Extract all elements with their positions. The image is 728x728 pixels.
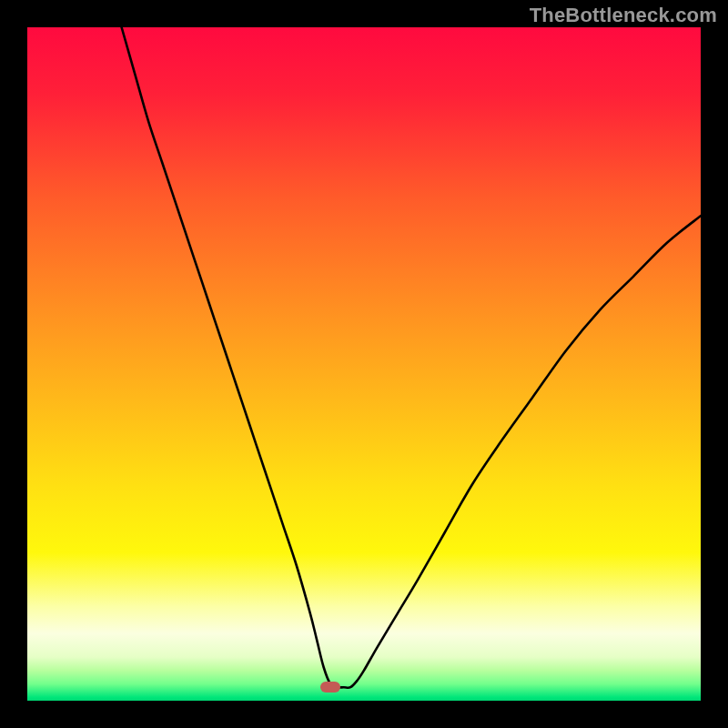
plot-area: [27, 27, 701, 701]
watermark-label: TheBottleneck.com: [530, 4, 717, 27]
svg-rect-0: [27, 27, 701, 701]
optimal-point-marker: [320, 682, 340, 693]
background-gradient: [27, 27, 701, 701]
chart-frame: TheBottleneck.com: [0, 0, 728, 728]
